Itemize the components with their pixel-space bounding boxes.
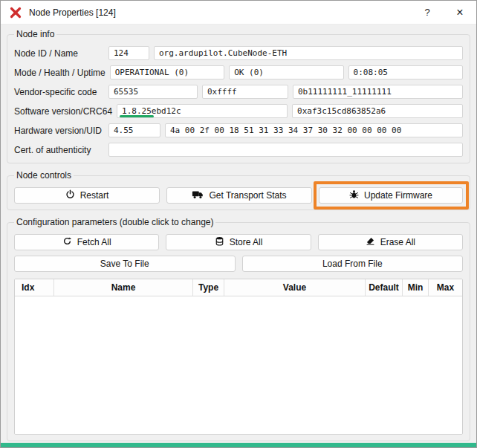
uid-field[interactable]: 4a 00 2f 00 18 51 31 33 34 37 30 32 00 0… bbox=[165, 123, 463, 137]
get-transport-stats-button[interactable]: Get Transport Stats bbox=[166, 187, 312, 204]
node-info-group: Node info Node ID / Name 124 org.ardupil… bbox=[7, 29, 470, 163]
update-firmware-button[interactable]: Update Firmware bbox=[319, 187, 463, 204]
close-button[interactable]: × bbox=[444, 1, 476, 24]
help-button[interactable]: ? bbox=[411, 1, 444, 24]
node-info-title: Node info bbox=[14, 29, 56, 39]
node-id-label: Node ID / Name bbox=[14, 48, 104, 59]
store-all-button[interactable]: Store All bbox=[166, 234, 311, 250]
software-version-field[interactable]: 1.8.25ebd12c bbox=[117, 104, 288, 118]
vendor-code-row: Vendor-specific code 65535 0xffff 0b1111… bbox=[14, 85, 463, 99]
software-version-label: Software version/CRC64 bbox=[14, 106, 112, 117]
cert-field[interactable] bbox=[108, 143, 463, 157]
truck-icon bbox=[192, 189, 204, 201]
config-params-title: Configuration parameters (double click t… bbox=[14, 217, 215, 227]
app-icon bbox=[10, 7, 22, 19]
status-bar bbox=[1, 443, 476, 447]
dialog-body: Node info Node ID / Name 124 org.ardupil… bbox=[1, 25, 476, 441]
col-header-value[interactable]: Value bbox=[224, 279, 366, 296]
parameters-table: Idx Name Type Value Default Min Max bbox=[14, 279, 463, 435]
vendor-code-label: Vendor-specific code bbox=[14, 87, 104, 97]
config-buttons-row-2: Save To File Load From File bbox=[14, 256, 463, 272]
mode-health-uptime-row: Mode / Health / Uptime OPERATIONAL (0) O… bbox=[14, 65, 463, 79]
uptime-field[interactable]: 0:08:05 bbox=[348, 65, 463, 79]
load-from-file-button[interactable]: Load From File bbox=[242, 256, 464, 272]
fetch-all-button[interactable]: Fetch All bbox=[14, 234, 159, 250]
config-buttons-row-1: Fetch All Store All bbox=[14, 234, 463, 250]
node-controls-title: Node controls bbox=[14, 170, 74, 181]
mode-health-uptime-label: Mode / Health / Uptime bbox=[14, 68, 106, 78]
node-id-field[interactable]: 124 bbox=[108, 46, 149, 60]
mode-field[interactable]: OPERATIONAL (0) bbox=[110, 65, 224, 79]
version-underline-annotation bbox=[120, 115, 154, 117]
power-icon bbox=[65, 189, 75, 201]
vendor-code-dec-field[interactable]: 65535 bbox=[108, 85, 198, 99]
erase-all-button-label: Erase All bbox=[380, 237, 415, 247]
eraser-icon bbox=[366, 236, 375, 248]
health-field[interactable]: OK (0) bbox=[229, 65, 343, 79]
restart-button-label: Restart bbox=[80, 190, 109, 201]
crc64-field[interactable]: 0xaf3c15cd863852a6 bbox=[292, 104, 463, 118]
database-icon bbox=[215, 236, 224, 248]
save-to-file-button[interactable]: Save To File bbox=[14, 256, 236, 272]
cert-row: Cert. of authenticity bbox=[14, 143, 463, 157]
save-to-file-button-label: Save To File bbox=[100, 259, 149, 269]
col-header-idx[interactable]: Idx bbox=[15, 279, 54, 296]
vendor-code-hex-field[interactable]: 0xffff bbox=[202, 85, 288, 99]
load-from-file-button-label: Load From File bbox=[322, 259, 383, 269]
hardware-version-row: Hardware version/UID 4.55 4a 00 2f 00 18… bbox=[14, 123, 463, 137]
refresh-icon bbox=[62, 236, 72, 248]
get-transport-stats-button-label: Get Transport Stats bbox=[209, 190, 286, 201]
titlebar[interactable]: Node Properties [124] ? × bbox=[1, 1, 476, 25]
col-header-max[interactable]: Max bbox=[429, 279, 462, 296]
window-title: Node Properties [124] bbox=[29, 7, 411, 18]
col-header-name[interactable]: Name bbox=[54, 279, 193, 296]
col-header-default[interactable]: Default bbox=[366, 279, 403, 296]
col-header-min[interactable]: Min bbox=[403, 279, 429, 296]
update-firmware-wrap: Update Firmware bbox=[319, 187, 463, 204]
parameters-table-body[interactable] bbox=[15, 296, 462, 434]
node-name-field[interactable]: org.ardupilot.CubeNode-ETH bbox=[154, 46, 463, 60]
node-properties-window: Node Properties [124] ? × Node info Node… bbox=[0, 0, 477, 448]
node-controls-row: Restart Get Transport Stats bbox=[14, 187, 463, 204]
cert-label: Cert. of authenticity bbox=[14, 145, 104, 155]
hardware-version-field[interactable]: 4.55 bbox=[108, 123, 160, 137]
software-version-row: Software version/CRC64 1.8.25ebd12c 0xaf… bbox=[14, 104, 463, 118]
parameters-table-header: Idx Name Type Value Default Min Max bbox=[15, 279, 462, 296]
erase-all-button[interactable]: Erase All bbox=[318, 234, 463, 250]
bug-icon bbox=[349, 189, 359, 201]
store-all-button-label: Store All bbox=[230, 237, 263, 247]
vendor-code-bin-field[interactable]: 0b11111111_11111111 bbox=[293, 85, 463, 99]
restart-button[interactable]: Restart bbox=[14, 187, 160, 204]
update-firmware-button-label: Update Firmware bbox=[364, 190, 432, 201]
config-params-group: Configuration parameters (double click t… bbox=[7, 217, 470, 441]
col-header-type[interactable]: Type bbox=[193, 279, 224, 296]
node-id-row: Node ID / Name 124 org.ardupilot.CubeNod… bbox=[14, 46, 463, 60]
node-controls-group: Node controls Restart bbox=[7, 170, 470, 210]
hardware-version-label: Hardware version/UID bbox=[14, 126, 104, 136]
fetch-all-button-label: Fetch All bbox=[77, 237, 111, 247]
